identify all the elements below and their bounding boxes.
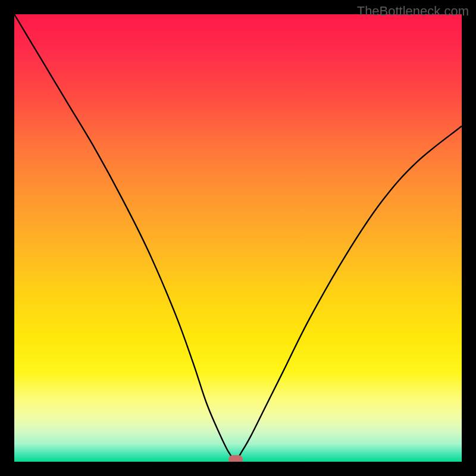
optimal-point-marker bbox=[228, 455, 243, 462]
bottleneck-curve bbox=[14, 14, 462, 459]
curve-svg bbox=[14, 14, 462, 462]
watermark-text: TheBottleneck.com bbox=[357, 4, 469, 19]
plot-area bbox=[14, 14, 462, 462]
